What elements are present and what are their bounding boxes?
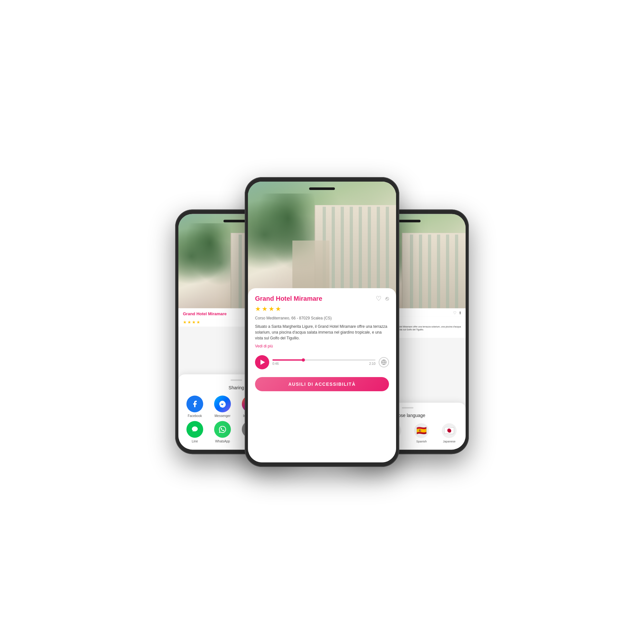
progress-bar[interactable] [272,359,375,361]
share-item-whatsapp[interactable]: WhatsApp [209,421,236,443]
star-2-center: ★ [262,305,268,313]
hotel-image-center [248,182,396,299]
hotel-name-center: Grand Hotel Miramare [255,295,322,302]
panel-handle-language [402,407,413,408]
hotel-header-center: Grand Hotel Miramare ♡ ⎋ [255,295,389,302]
globe-icon[interactable] [379,357,389,367]
whatsapp-label: WhatsApp [215,440,230,443]
messenger-icon [214,395,231,412]
stars-center: ★ ★ ★ ★ [255,305,389,313]
star-3-center: ★ [269,305,274,313]
spanish-label: Spanish [416,440,427,443]
messenger-label: Messenger [214,414,230,418]
facebook-label: Facebook [188,414,202,418]
line-label: Line [192,440,198,443]
phone-center: Grand Hotel Miramare ♡ ⎋ ★ ★ ★ ★ Corso M… [245,177,399,467]
favorite-icon-right[interactable]: ♡ [453,311,457,315]
audio-player: 0:46 2:10 [255,354,389,371]
star-1-left: ★ [183,320,187,325]
hotel-desc-center: Situato a Santa Margherita Ligure, il Gr… [255,324,389,341]
accessibility-button[interactable]: AUSILI DI ACCESSIBILITÀ [255,377,389,391]
hotel-address-center: Corso Mediterraneo, 66 - 87029 Scalea (C… [255,316,389,320]
star-1-center: ★ [255,305,261,313]
share-item-facebook[interactable]: Facebook [182,395,208,418]
lang-item-spanish[interactable]: 🇪🇸 Spanish [408,423,435,443]
panel-handle-sharing [231,379,242,381]
play-triangle-icon [260,360,265,365]
hotel-name-left: Grand Hotel Miramare [183,312,227,317]
center-phone-screen: Grand Hotel Miramare ♡ ⎋ ★ ★ ★ ★ Corso M… [248,182,396,462]
progress-fill [272,359,303,361]
share-item-line[interactable]: Line [182,421,208,443]
progress-dot [302,358,305,362]
line-icon [186,421,203,438]
total-time: 2:10 [369,362,375,365]
share-item-messenger[interactable]: Messenger [209,395,236,418]
scene: Grand Hotel Miramare ♡ ⬆ ★ ★ ★ ★ Sharing [64,64,580,580]
japanese-label: Japanese [443,440,455,443]
star-2-left: ★ [187,320,191,325]
star-3-left: ★ [192,320,196,325]
whatsapp-icon [214,421,231,438]
lang-item-japanese[interactable]: 🇯🇵 Japanese [436,423,462,443]
hotel-card-center: Grand Hotel Miramare ♡ ⎋ ★ ★ ★ ★ Corso M… [248,288,396,462]
favorite-icon-center[interactable]: ♡ [376,295,382,302]
spanish-flag: 🇪🇸 [414,423,429,438]
facebook-icon [186,395,203,412]
share-icon-right[interactable]: ⬆ [459,311,462,315]
audio-progress: 0:46 2:10 [272,359,375,365]
star-4-left: ★ [196,320,200,325]
phone-notch-center [309,187,335,190]
audio-times: 0:46 2:10 [272,362,375,365]
japanese-flag: 🇯🇵 [442,423,457,438]
share-icon-center[interactable]: ⎋ [385,295,389,302]
play-button[interactable] [255,355,269,369]
see-more-center[interactable]: Vedi di più [255,344,273,348]
current-time: 0:46 [272,362,279,365]
star-4-center: ★ [275,305,281,313]
hotel-actions-center: ♡ ⎋ [376,295,389,302]
